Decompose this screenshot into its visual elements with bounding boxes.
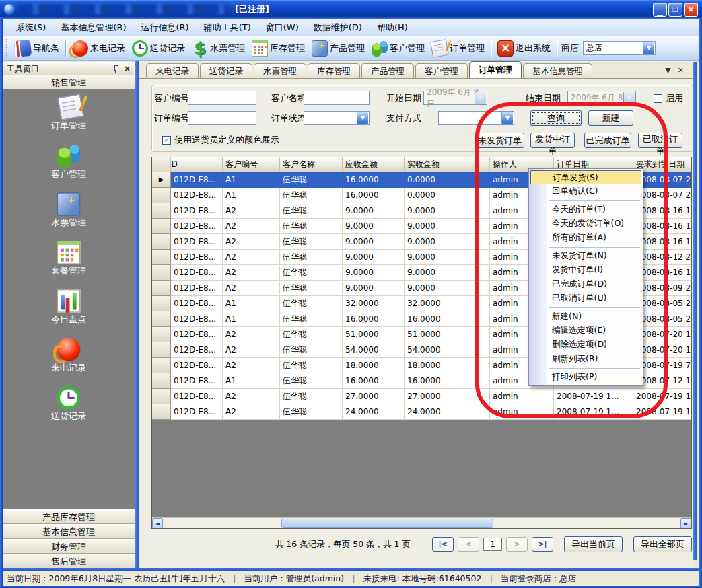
table-cell[interactable]: admin <box>490 389 554 404</box>
query-button[interactable]: 查询 <box>530 110 582 126</box>
row-selector[interactable] <box>152 219 171 234</box>
table-cell[interactable]: 012D-E8... <box>171 188 223 203</box>
column-header-应收金额[interactable]: 应收金额 <box>343 157 405 172</box>
context-menu-item-新建(N)[interactable]: 新建(N) <box>529 309 643 324</box>
table-cell[interactable]: 0.0000 <box>405 172 490 188</box>
table-cell[interactable]: 012D-E8... <box>171 404 223 420</box>
sidebar-item-订单管理[interactable]: 订单管理 <box>3 96 135 138</box>
table-cell[interactable]: 9.0000 <box>343 265 405 281</box>
tab-水票管理[interactable]: 水票管理 <box>254 63 306 78</box>
row-selector[interactable] <box>152 373 171 389</box>
table-cell[interactable]: 9.0000 <box>343 219 405 234</box>
table-cell[interactable]: 伍华聪 <box>280 327 343 342</box>
minimize-button[interactable]: ▁ <box>653 3 667 17</box>
close-button[interactable]: × <box>684 3 698 17</box>
customer-no-input[interactable] <box>188 91 256 105</box>
table-cell[interactable]: 0.0000 <box>405 188 490 203</box>
menubar-item-3[interactable]: 运行信息(R) <box>134 20 195 36</box>
table-cell[interactable]: 伍华聪 <box>280 250 343 265</box>
status-filter-button-已取消订单[interactable]: 已取消订单 <box>638 133 682 148</box>
table-cell[interactable]: 9.0000 <box>405 281 490 296</box>
toolbar-button-客户管理[interactable]: 客户管理 <box>368 38 428 59</box>
table-cell[interactable]: 伍华聪 <box>280 404 343 420</box>
sidebar-item-套餐管理[interactable]: 套餐管理 <box>3 241 135 283</box>
table-cell[interactable]: 伍华聪 <box>280 311 343 327</box>
table-cell[interactable]: 18.0000 <box>343 358 405 373</box>
sidebar-section-售后管理[interactable]: 售后管理 <box>3 554 135 568</box>
sidebar-item-客户管理[interactable]: 客户管理 <box>3 144 135 186</box>
scrollbar-track[interactable] <box>163 518 680 529</box>
table-cell[interactable]: 012D-E8... <box>171 373 223 389</box>
new-button[interactable]: 新建 <box>588 110 633 126</box>
table-cell[interactable]: 54.0000 <box>405 342 490 358</box>
column-header-ID[interactable]: ID <box>171 157 223 172</box>
context-menu-item-刷新列表(R)[interactable]: 刷新列表(R) <box>529 352 643 366</box>
menubar-item-7[interactable]: 帮助(H) <box>370 20 415 36</box>
table-cell[interactable]: A2 <box>223 234 280 250</box>
table-cell[interactable]: 24.0000 <box>405 404 490 420</box>
table-cell[interactable]: 伍华聪 <box>280 219 343 234</box>
sidebar-section-财务管理[interactable]: 财务管理 <box>3 539 135 554</box>
first-page-button[interactable]: |< <box>432 537 454 552</box>
table-cell[interactable]: 9.0000 <box>343 250 405 265</box>
tab-来电记录[interactable]: 来电记录 <box>146 63 199 78</box>
next-page-button[interactable]: > <box>506 537 528 552</box>
table-cell[interactable]: 012D-E8... <box>171 296 223 311</box>
pin-icon[interactable] <box>112 65 120 73</box>
row-selector[interactable]: ▶ <box>152 172 171 188</box>
table-cell[interactable]: A1 <box>223 188 280 203</box>
table-cell[interactable]: 012D-E8... <box>171 250 223 265</box>
sidebar-item-今日盘点[interactable]: 今日盘点 <box>3 289 135 332</box>
tab-客户管理[interactable]: 客户管理 <box>415 63 468 78</box>
table-cell[interactable]: admin <box>490 404 554 420</box>
table-cell[interactable]: A2 <box>223 219 280 234</box>
table-cell[interactable]: 伍华聪 <box>280 358 343 373</box>
table-cell[interactable]: 9.0000 <box>343 203 405 219</box>
scroll-right-arrow-icon[interactable]: ► <box>680 518 691 529</box>
table-cell[interactable]: 16.0000 <box>405 311 490 327</box>
column-header-客户名称[interactable]: 客户名称 <box>280 157 343 172</box>
table-cell[interactable]: 16.0000 <box>343 188 405 203</box>
context-menu-item-今天的发货订单(O)[interactable]: 今天的发货订单(O) <box>529 217 643 231</box>
table-cell[interactable]: 9.0000 <box>405 234 490 250</box>
context-menu-item-所有的订单(A)[interactable]: 所有的订单(A) <box>529 231 643 245</box>
menubar-item-2[interactable]: 基本信息管理(B) <box>54 20 133 36</box>
table-cell[interactable]: 16.0000 <box>343 172 405 188</box>
column-header-实收金额[interactable]: 实收金额 <box>405 157 490 172</box>
table-cell[interactable]: 9.0000 <box>343 281 405 296</box>
row-selector[interactable] <box>152 281 171 296</box>
menubar-item-4[interactable]: 辅助工具(T) <box>197 20 258 36</box>
tab-库存管理[interactable]: 库存管理 <box>308 63 360 78</box>
table-cell[interactable]: A2 <box>223 203 280 219</box>
table-cell[interactable]: 伍华聪 <box>280 389 343 404</box>
tab-close-icon[interactable]: ✕ <box>678 66 684 75</box>
context-menu-item-订单发货(S)[interactable]: 订单发货(S) <box>530 170 641 184</box>
table-cell[interactable]: 012D-E8... <box>171 234 223 250</box>
toolbar-button-导航条[interactable]: 导航条 <box>11 38 63 59</box>
row-selector[interactable] <box>152 188 171 203</box>
status-filter-button-发货中订单[interactable]: 发货中订单 <box>530 133 575 148</box>
table-cell[interactable]: 32.0000 <box>405 296 490 311</box>
tab-送货记录[interactable]: 送货记录 <box>200 63 252 78</box>
context-menu-item-已完成订单(D)[interactable]: 已完成订单(D) <box>529 277 643 291</box>
table-cell[interactable]: A2 <box>223 342 280 358</box>
context-menu-item-编辑选定项(E)[interactable]: 编辑选定项(E) <box>529 324 643 338</box>
row-selector[interactable] <box>152 203 171 219</box>
row-selector[interactable] <box>152 250 171 265</box>
table-cell[interactable]: 012D-E8... <box>171 342 223 358</box>
table-cell[interactable]: 伍华聪 <box>280 296 343 311</box>
status-filter-button-已完成订单[interactable]: 已完成订单 <box>584 133 631 148</box>
table-cell[interactable]: 012D-E8... <box>171 203 223 219</box>
sidebar-item-水票管理[interactable]: 水票管理 <box>3 192 135 235</box>
table-cell[interactable]: A2 <box>223 250 280 265</box>
toolbar-button-产品管理[interactable]: 产品管理 <box>308 38 368 59</box>
menubar-item-1[interactable]: 系统(S) <box>9 20 52 36</box>
row-selector[interactable] <box>152 296 171 311</box>
table-cell[interactable]: 伍华聪 <box>280 234 343 250</box>
tab-list-dropdown-icon[interactable]: ▼ <box>665 66 670 75</box>
table-cell[interactable]: 012D-E8... <box>171 172 223 188</box>
table-row[interactable]: 012D-E8...A2伍华聪27.000027.0000admin2008-0… <box>152 389 692 404</box>
last-page-button[interactable]: >| <box>532 537 553 552</box>
row-selector[interactable] <box>152 389 171 404</box>
prev-page-button[interactable]: < <box>458 537 479 552</box>
